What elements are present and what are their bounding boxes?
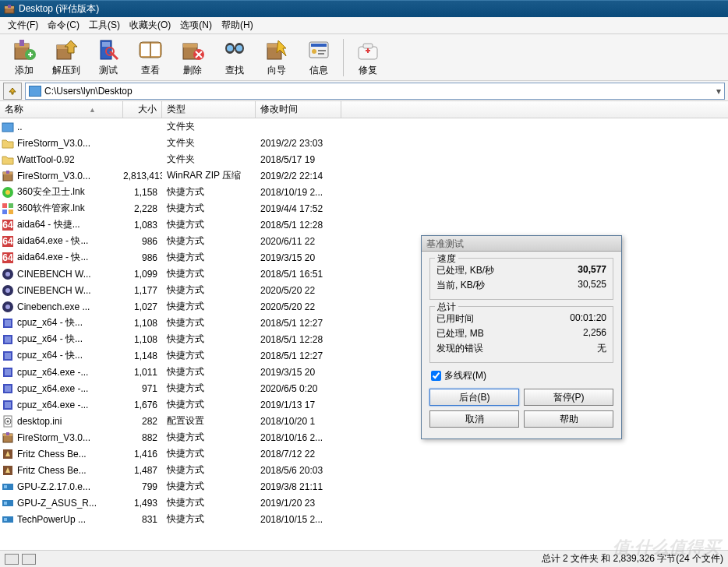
- file-row[interactable]: GPU-Z.2.17.0.e...799快捷方式2019/3/8 21:11: [0, 478, 728, 495]
- file-name: Cinebench.exe ...: [17, 301, 90, 312]
- file-row[interactable]: 360软件管家.lnk2,228快捷方式2019/4/4 17:52: [0, 200, 728, 217]
- menu-bar: 文件(F) 命令(C) 工具(S) 收藏夹(O) 选项(N) 帮助(H): [0, 17, 728, 34]
- cpuz-icon: [2, 317, 14, 329]
- file-time: 2018/5/1 16:51: [256, 269, 341, 280]
- svg-rect-45: [2, 210, 7, 214]
- svg-rect-46: [9, 210, 13, 214]
- file-row[interactable]: Fritz Chess Be...1,487快捷方式2018/5/6 20:03: [0, 462, 728, 478]
- multithread-row[interactable]: 多线程(M): [429, 369, 613, 382]
- file-row[interactable]: 64aida64 - 快捷...1,083快捷方式2018/5/1 12:28: [0, 217, 728, 233]
- test-icon: [96, 37, 121, 62]
- toolbar-find[interactable]: 查找: [214, 36, 256, 79]
- file-row[interactable]: GPU-Z_ASUS_R...1,493快捷方式2019/1/20 23: [0, 495, 728, 511]
- cine-icon: [2, 268, 14, 280]
- status-left: [5, 554, 36, 565]
- background-button[interactable]: 后台(B): [429, 389, 519, 406]
- file-row[interactable]: WattTool-0.92文件夹2018/5/17 19: [0, 151, 728, 167]
- toolbar-view[interactable]: 查看: [129, 36, 171, 79]
- file-time: 2019/2/2 22:14: [256, 171, 341, 181]
- header-time[interactable]: 修改时间: [256, 101, 341, 118]
- elapsed-value: 00:01:20: [570, 312, 606, 326]
- file-row[interactable]: TechPowerUp ...831快捷方式2018/10/15 2...: [0, 511, 728, 527]
- menu-help[interactable]: 帮助(H): [217, 17, 258, 33]
- file-type: 快捷方式: [162, 447, 256, 460]
- toolbar-label: 修复: [359, 64, 377, 77]
- toolbar-label: 删除: [183, 64, 202, 77]
- menu-options[interactable]: 选项(N): [175, 17, 217, 33]
- svg-rect-36: [367, 48, 369, 53]
- toolbar-info[interactable]: 信息: [298, 36, 340, 79]
- toolbar-test[interactable]: 测试: [87, 36, 129, 79]
- file-time: 2018/5/17 19: [256, 154, 341, 165]
- cancel-button[interactable]: 取消: [429, 410, 519, 428]
- toolbar-add[interactable]: 添加: [3, 36, 45, 79]
- file-row[interactable]: ..文件夹: [0, 118, 728, 135]
- errors-value: 无: [597, 342, 606, 355]
- header-name[interactable]: 名称▲: [0, 101, 123, 118]
- svg-rect-68: [5, 386, 11, 392]
- gpuz-icon: [2, 513, 14, 526]
- toolbar-label: 解压到: [52, 64, 80, 77]
- file-type: 快捷方式: [162, 382, 256, 395]
- file-type: WinRAR ZIP 压缩: [162, 169, 256, 182]
- file-row[interactable]: FireStorm_V3.0...文件夹2019/2/2 23:03: [0, 135, 728, 151]
- svg-rect-84: [4, 518, 7, 521]
- file-name: Fritz Chess Be...: [17, 465, 87, 476]
- cpuz-icon: [2, 350, 14, 362]
- menu-file[interactable]: 文件(F): [3, 17, 43, 33]
- toolbar-wizard[interactable]: 向导: [256, 36, 298, 79]
- fritz-icon: [2, 464, 14, 477]
- svg-point-23: [227, 45, 233, 51]
- menu-tools[interactable]: 工具(S): [84, 17, 125, 33]
- svg-rect-80: [4, 485, 7, 488]
- help-button[interactable]: 帮助: [524, 410, 613, 428]
- file-row[interactable]: Fritz Chess Be...1,416快捷方式2018/7/12 22: [0, 446, 728, 462]
- dropdown-icon[interactable]: ▾: [716, 86, 721, 97]
- toolbar-extract[interactable]: 解压到: [45, 36, 87, 79]
- svg-rect-43: [2, 203, 7, 208]
- toolbar-delete[interactable]: 删除: [171, 36, 214, 79]
- status-icon-2: [22, 554, 36, 565]
- file-time: 2020/5/20 22: [256, 301, 341, 312]
- menu-favorites[interactable]: 收藏夹(O): [125, 17, 175, 33]
- svg-rect-66: [5, 369, 11, 375]
- file-type: 快捷方式: [162, 496, 256, 509]
- file-time: 2018/5/1 12:28: [256, 334, 341, 345]
- svg-rect-2: [8, 5, 11, 8]
- file-time: 2018/10/19 2...: [256, 187, 341, 198]
- svg-rect-70: [5, 402, 11, 408]
- file-name: cpuz_x64 - 快...: [17, 349, 83, 362]
- zip-icon: [2, 170, 14, 182]
- aida-icon: 64: [2, 219, 14, 231]
- file-size: 882: [123, 432, 162, 443]
- app2-icon: [2, 202, 14, 215]
- app-icon: [3, 3, 16, 16]
- gpuz-icon: [2, 481, 14, 493]
- total-group-title: 总计: [435, 301, 458, 314]
- svg-point-56: [5, 288, 10, 293]
- file-row[interactable]: 360安全卫士.lnk1,158快捷方式2018/10/19 2...: [0, 184, 728, 200]
- file-time: 2019/3/8 21:11: [256, 481, 341, 492]
- file-time: 2019/4/4 17:52: [256, 203, 341, 214]
- up-button[interactable]: [3, 83, 22, 100]
- file-name: GPU-Z_ASUS_R...: [17, 498, 97, 509]
- multithread-checkbox[interactable]: [431, 371, 441, 381]
- cine-icon: [2, 301, 14, 313]
- address-input[interactable]: C:\Users\lyn\Desktop ▾: [25, 83, 725, 100]
- file-type: 快捷方式: [162, 349, 256, 362]
- file-row[interactable]: FireStorm_V3.0...2,813,413WinRAR ZIP 压缩2…: [0, 167, 728, 184]
- menu-command[interactable]: 命令(C): [43, 17, 84, 33]
- aida-icon: 64: [2, 252, 14, 264]
- svg-rect-37: [2, 123, 13, 132]
- toolbar-repair[interactable]: 修复: [347, 36, 389, 79]
- svg-rect-44: [9, 203, 13, 208]
- file-name: FireStorm_V3.0...: [17, 432, 90, 443]
- header-size[interactable]: 大小: [123, 101, 162, 118]
- up-icon: [2, 121, 14, 133]
- header-type[interactable]: 类型: [162, 101, 256, 118]
- processed-kbs-value: 30,577: [578, 264, 606, 277]
- pause-button[interactable]: 暂停(P): [524, 389, 613, 406]
- file-name: TechPowerUp ...: [17, 514, 86, 525]
- file-size: 282: [123, 416, 162, 427]
- svg-rect-16: [151, 44, 160, 56]
